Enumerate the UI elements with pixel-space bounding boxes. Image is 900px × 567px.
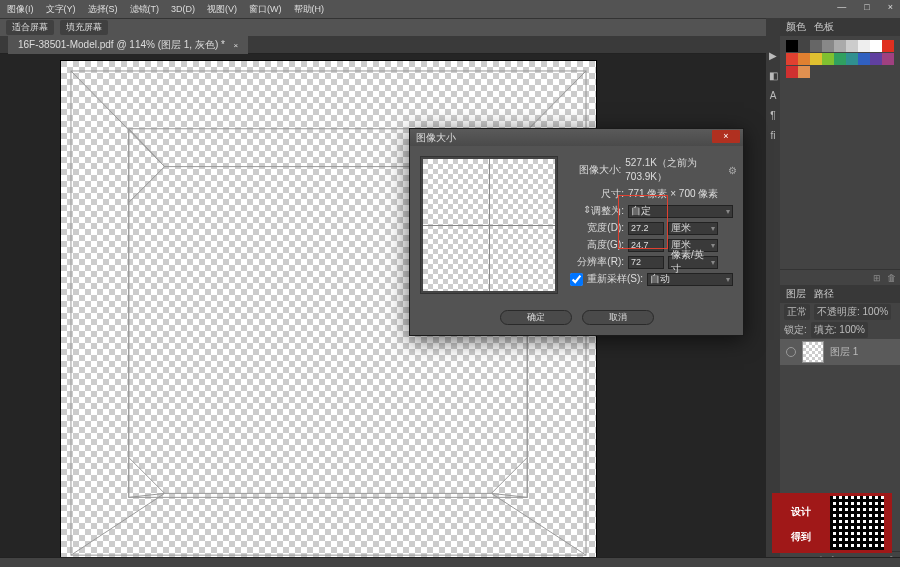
swatch[interactable]: [882, 53, 894, 65]
resolution-label: 分辨率(R):: [570, 255, 624, 269]
image-size-dialog: 图像大小 × 图像大小:527.1K（之前为703.9K）⚙ 尺寸:771 像素…: [409, 128, 744, 336]
tab-close-icon[interactable]: ×: [233, 41, 238, 50]
layer-name[interactable]: 图层 1: [830, 345, 858, 359]
minimize-button[interactable]: —: [832, 1, 851, 13]
width-unit-select[interactable]: 厘米: [668, 222, 718, 235]
status-bar: [0, 557, 900, 567]
watermark-line2: 得到: [791, 531, 811, 542]
cancel-button[interactable]: 取消: [582, 310, 654, 325]
resample-label: 重新采样(S):: [587, 272, 643, 286]
menu-image[interactable]: 图像(I): [2, 2, 39, 17]
dialog-titlebar[interactable]: 图像大小 ×: [410, 129, 743, 146]
height-label: 高度(G):: [570, 238, 624, 252]
qr-code-icon: [830, 496, 884, 550]
dialog-title: 图像大小: [416, 131, 456, 145]
watermark-line1: 设计: [791, 506, 811, 517]
ok-button[interactable]: 确定: [500, 310, 572, 325]
menu-type[interactable]: 文字(Y): [41, 2, 81, 17]
layer-properties: 正常 不透明度: 100%: [780, 303, 900, 321]
dialog-close-button[interactable]: ×: [712, 130, 740, 143]
swatch[interactable]: [858, 40, 870, 52]
dialog-fields: 图像大小:527.1K（之前为703.9K）⚙ 尺寸:771 像素 × 700 …: [570, 156, 733, 294]
close-button[interactable]: ×: [883, 1, 898, 13]
fit-screen-button[interactable]: 适合屏幕: [6, 20, 54, 35]
maximize-button[interactable]: □: [859, 1, 874, 13]
swatch[interactable]: [810, 53, 822, 65]
fill-field[interactable]: 填充: 100%: [811, 322, 868, 338]
menu-filter[interactable]: 滤镜(T): [125, 2, 165, 17]
color-tab[interactable]: 颜色: [786, 20, 806, 34]
blend-mode-select[interactable]: 正常: [784, 304, 810, 320]
layer-thumbnail[interactable]: [802, 341, 824, 363]
dimensions-label: 尺寸:: [570, 187, 624, 201]
dimensions-value: 771 像素 × 700 像素: [628, 187, 718, 201]
window-controls: — □ ×: [832, 1, 898, 13]
panel-footer-icons: ⊞ 🗑: [780, 269, 900, 285]
fit-to-select[interactable]: 自定: [628, 205, 733, 218]
swatch[interactable]: [822, 40, 834, 52]
visibility-icon[interactable]: [786, 347, 796, 357]
swatch[interactable]: [858, 53, 870, 65]
gear-icon[interactable]: ⚙: [728, 165, 737, 176]
swatch[interactable]: [846, 53, 858, 65]
swatch[interactable]: [870, 40, 882, 52]
image-size-value: 527.1K（之前为703.9K）: [625, 156, 733, 184]
layers-tab[interactable]: 图层: [786, 287, 806, 301]
width-input[interactable]: [628, 222, 664, 235]
document-tab[interactable]: 16F-38501-Model.pdf @ 114% (图层 1, 灰色) * …: [8, 36, 248, 54]
menu-select[interactable]: 选择(S): [83, 2, 123, 17]
swatch[interactable]: [834, 40, 846, 52]
history-icon[interactable]: ◧: [767, 70, 779, 82]
swatch[interactable]: [786, 66, 798, 78]
panel-trash-icon[interactable]: 🗑: [887, 273, 896, 283]
layer-row[interactable]: 图层 1: [780, 339, 900, 365]
fit-to-label: 调整为:: [570, 204, 624, 218]
swatch[interactable]: [882, 40, 894, 52]
swatch[interactable]: [798, 66, 810, 78]
width-label: 宽度(D):: [570, 221, 624, 235]
resample-select[interactable]: 自动: [647, 273, 733, 286]
document-tabs: 16F-38501-Model.pdf @ 114% (图层 1, 灰色) * …: [0, 36, 900, 54]
menu-3d[interactable]: 3D(D): [166, 3, 200, 15]
menu-view[interactable]: 视图(V): [202, 2, 242, 17]
swatch[interactable]: [834, 53, 846, 65]
height-input[interactable]: [628, 239, 664, 252]
play-icon[interactable]: ▶: [767, 50, 779, 62]
svg-line-11: [129, 129, 165, 167]
resolution-unit-select[interactable]: 像素/英寸: [668, 256, 718, 269]
layers-panel-header: 图层 路径: [780, 285, 900, 303]
type-icon[interactable]: A: [767, 90, 779, 102]
options-bar: 适合屏幕 填充屏幕: [0, 18, 900, 36]
fill-screen-button[interactable]: 填充屏幕: [60, 20, 108, 35]
panel-menu-icon[interactable]: ⊞: [873, 273, 881, 283]
tab-title: 16F-38501-Model.pdf @ 114% (图层 1, 灰色) *: [18, 39, 225, 50]
swatch[interactable]: [786, 40, 798, 52]
resample-checkbox[interactable]: [570, 273, 583, 286]
swatches-grid[interactable]: [780, 36, 900, 83]
swatch[interactable]: [870, 53, 882, 65]
image-size-label: 图像大小:: [570, 163, 621, 177]
char-icon[interactable]: fi: [767, 130, 779, 142]
swatch[interactable]: [786, 53, 798, 65]
lock-label: 锁定:: [784, 323, 807, 337]
swatch[interactable]: [846, 40, 858, 52]
svg-line-5: [71, 493, 165, 555]
dialog-preview: [420, 156, 558, 294]
svg-line-6: [491, 493, 586, 555]
opacity-field[interactable]: 不透明度: 100%: [814, 304, 891, 320]
swatch[interactable]: [798, 53, 810, 65]
collapsed-panel-icons: ▶ ◧ A ¶ fi: [766, 18, 780, 567]
paths-tab[interactable]: 路径: [814, 287, 834, 301]
link-dimensions-icon[interactable]: ⇕: [583, 204, 591, 215]
swatches-tab[interactable]: 色板: [814, 20, 834, 34]
resolution-input[interactable]: [628, 256, 664, 269]
swatch[interactable]: [798, 40, 810, 52]
swatch[interactable]: [822, 53, 834, 65]
swatches-panel-header: 颜色 色板: [780, 18, 900, 36]
menu-help[interactable]: 帮助(H): [289, 2, 330, 17]
swatch[interactable]: [810, 40, 822, 52]
menu-window[interactable]: 窗口(W): [244, 2, 287, 17]
right-panels: ▶ ◧ A ¶ fi 颜色 色板 ⊞ 🗑 图层 路径 正常 不透明度: 100%…: [766, 18, 900, 567]
paragraph-icon[interactable]: ¶: [767, 110, 779, 122]
layer-lock-row: 锁定: 填充: 100%: [780, 321, 900, 339]
